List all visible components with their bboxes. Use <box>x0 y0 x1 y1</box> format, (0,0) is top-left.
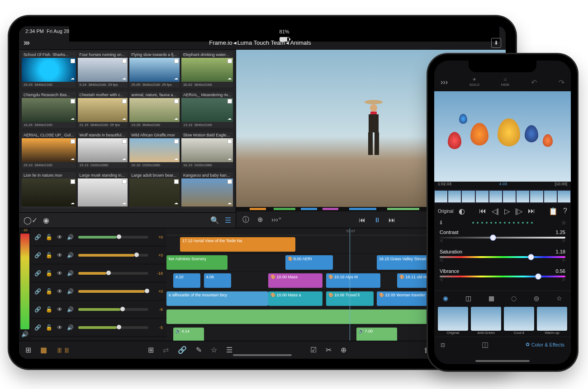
visibility-icon[interactable]: 👁 <box>57 306 62 313</box>
help-icon[interactable]: ? <box>563 207 567 215</box>
library-clip[interactable]: AERIAL, CLOSE UP_ Gol...29.103840x2160 <box>22 132 76 168</box>
effects-icon[interactable]: ›››⁺ <box>271 216 282 224</box>
lock-icon[interactable]: 🔓 <box>46 306 52 313</box>
timeline-clip[interactable]: 🔊 7.00 <box>356 328 397 341</box>
phone-preview[interactable] <box>434 91 571 182</box>
transition-icon[interactable]: ⇄ <box>163 346 169 354</box>
info-icon[interactable]: ⓘ <box>242 216 249 224</box>
library-clip[interactable]: School Of Fish. Sharks...29.293840x2160 <box>22 52 76 88</box>
visibility-icon[interactable]: 👁 <box>57 288 62 295</box>
timeline-clip[interactable]: 4.10 <box>173 273 200 288</box>
toggle-icon[interactable]: ◐ <box>459 207 465 216</box>
slider-vibrance[interactable]: Vibrance0.56◁▷ <box>440 268 565 281</box>
library-clip[interactable]: Chengdu Research Bas...16.263840x2160 <box>22 92 76 128</box>
link-icon[interactable]: 🔗 <box>34 324 41 331</box>
color-tab-icon[interactable]: ◉ <box>443 295 448 302</box>
record-icon[interactable]: ◉ <box>43 216 49 225</box>
crop-icon[interactable]: ⧈ <box>441 341 445 349</box>
volume-slider[interactable] <box>78 290 148 293</box>
timeline-clip[interactable]: 🎨 10.00 Mass <box>268 273 322 288</box>
lock-icon[interactable]: 🔓 <box>46 252 52 258</box>
library-clip[interactable]: Large musk standing in... <box>78 172 128 208</box>
original-toggle[interactable]: Original <box>438 209 453 214</box>
adjust-icon[interactable]: ◫ <box>482 340 488 349</box>
volume-slider[interactable] <box>78 254 148 257</box>
library-clip[interactable]: AERIAL_ Meandering riv...13.183840x2160 <box>181 92 233 128</box>
marker-add-icon[interactable]: ⊕ <box>257 216 263 224</box>
cube-tab-icon[interactable]: ◫ <box>465 295 471 302</box>
home-indicator[interactable] <box>233 354 292 356</box>
preset-cool-it[interactable]: Cool-it <box>504 307 534 335</box>
blur-tab-icon[interactable]: ◌ <box>511 295 517 302</box>
download-preset-icon[interactable]: ⬇ <box>439 220 443 226</box>
crumb-2[interactable]: Animals <box>290 39 311 46</box>
sort-icon[interactable]: ☰ <box>225 216 231 225</box>
library-clip[interactable]: Lion lie in nature.mov <box>22 172 76 208</box>
star-tab-icon[interactable]: ☆ <box>556 295 562 302</box>
timeline-clip[interactable]: e silhouette of the mountain bicy <box>166 291 268 306</box>
lock-icon[interactable]: 🔓 <box>46 324 52 331</box>
slider-saturation[interactable]: Saturation1.18◁▷ <box>440 249 565 262</box>
playhead[interactable] <box>350 228 350 341</box>
library-clip[interactable]: Wolf stands in beautiful...15.131920x108… <box>78 132 128 168</box>
master-volume-icon[interactable]: 🔊 <box>19 331 31 341</box>
visibility-icon[interactable]: 👁 <box>57 270 62 277</box>
select-all-icon[interactable]: ◯✓ <box>24 216 38 225</box>
volume-slider[interactable] <box>78 236 148 239</box>
mute-icon[interactable]: 🔊 <box>67 306 74 313</box>
color-effects-button[interactable]: ✿Color & Effects <box>526 342 564 347</box>
add-clip-icon[interactable]: ⊞ <box>148 346 154 354</box>
download-icon[interactable]: ⬇ <box>491 38 501 48</box>
edit-icon[interactable]: ✎ <box>196 346 202 354</box>
clipboard-icon[interactable]: 📋 <box>549 207 558 216</box>
library-clip[interactable]: Elephant drinking water...30.023840x2160 <box>181 52 233 88</box>
favorite-icon[interactable]: ☆ <box>211 346 217 354</box>
timeline-clip[interactable]: 🎨 8.00 AERI <box>285 255 333 270</box>
undo-icon[interactable]: ↶ <box>531 78 537 87</box>
select-icon[interactable]: ☑ <box>310 346 317 354</box>
volume-slider[interactable] <box>78 326 148 329</box>
spiral-tab-icon[interactable]: ◎ <box>534 295 539 302</box>
mute-icon[interactable]: 🔊 <box>67 234 74 240</box>
preset-anti-green[interactable]: ✓Anti-Green <box>471 307 501 335</box>
timeline-clip[interactable]: 4.06 <box>204 273 231 288</box>
add-icon[interactable]: ⊕ <box>341 346 346 354</box>
crumb-1[interactable]: Luma Touch Team <box>237 39 285 46</box>
back-icon[interactable]: ››› <box>441 78 448 86</box>
preset-warm-up[interactable]: Warm-up <box>537 307 567 335</box>
library-clip[interactable]: Wild African Giraffe.mov16.101920x1080 <box>129 132 180 168</box>
preset-original[interactable]: Original <box>438 307 468 335</box>
crumb-0[interactable]: Frame.io <box>209 39 232 46</box>
timeline-clip[interactable]: ker Admires Scenery <box>166 255 228 270</box>
prev-icon[interactable]: ⏮ <box>359 216 365 224</box>
phone-home-indicator[interactable] <box>475 360 530 362</box>
timeline-clip[interactable]: 🎨 10.00 Mass a <box>268 291 322 306</box>
ph-prev-icon[interactable]: ⏮ <box>479 207 486 215</box>
lock-icon[interactable]: 🔓 <box>46 234 52 240</box>
library-clip[interactable]: Large adult brown bear... <box>129 172 180 208</box>
library-clip[interactable]: Kangaroo and baby kan... <box>181 172 233 208</box>
link-icon[interactable]: 🔗 <box>34 270 41 277</box>
redo-icon[interactable]: ↷ <box>559 78 564 87</box>
cut-icon[interactable]: ✂ <box>326 346 332 354</box>
volume-slider[interactable] <box>78 308 148 311</box>
app-logo[interactable]: ››› <box>24 38 29 47</box>
volume-slider[interactable] <box>78 272 148 275</box>
timeline-clip[interactable]: 17.12 Aerial View of the Teide Na <box>180 237 295 252</box>
favorite-preset-icon[interactable]: ☆ <box>561 220 566 226</box>
library-clip[interactable]: Cheetah mother with c...21.153840x216025… <box>78 92 128 128</box>
mute-icon[interactable]: 🔊 <box>67 270 74 277</box>
visibility-icon[interactable]: 👁 <box>57 324 62 331</box>
link-icon[interactable]: 🔗 <box>34 252 41 258</box>
search-icon[interactable]: 🔍 <box>210 216 219 225</box>
grid-tab-icon[interactable]: ▦ <box>488 295 494 302</box>
library-clip[interactable]: Four horses running on...5.243840x216025… <box>78 52 128 88</box>
link-icon[interactable]: 🔗 <box>34 234 41 240</box>
visibility-icon[interactable]: 👁 <box>57 234 62 240</box>
library-clip[interactable]: Slow Motion Bald Eagle...16.191920x1080 <box>181 132 233 168</box>
lock-icon[interactable]: 🔓 <box>46 270 52 277</box>
hide-button[interactable]: 👁⃠HIDE <box>501 78 510 87</box>
link-icon[interactable]: 🔗 <box>34 288 41 295</box>
ph-next-icon[interactable]: ⏭ <box>528 207 535 215</box>
pause-icon[interactable]: ⏸ <box>374 216 380 224</box>
